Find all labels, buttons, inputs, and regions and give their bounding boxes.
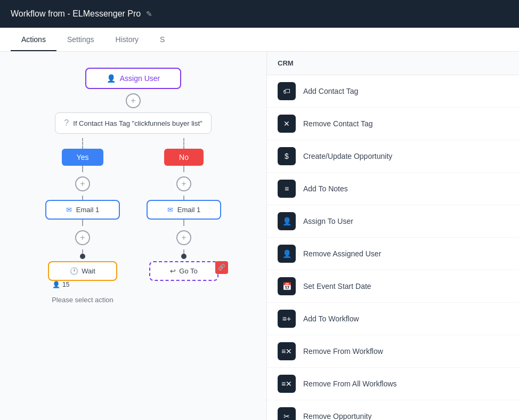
remove-contact-tag-label: Remove Contact Tag [303,119,372,128]
add-step-after-email-no[interactable]: + [176,230,191,245]
action-item-add-to-notes[interactable]: ≡Add To Notes [267,173,519,205]
add-to-notes-label: Add To Notes [303,184,348,193]
main-layout: 👤 Assign User + ? If Contact Has Tag "cl… [0,52,519,420]
user-count-badge: 👤 15 [52,281,69,288]
action-item-assign-to-user[interactable]: 👤Assign To User [267,205,519,238]
condition-text: If Contact Has Tag "clickfunnels buyer l… [73,119,202,127]
panel-header: CRM [267,52,519,75]
no-branch: No + ✉ Email 1 + ↩ Go To [147,138,221,304]
add-step-no[interactable]: + [176,176,191,191]
create-update-opportunity-icon: $ [278,147,296,165]
please-select-container: Please select action [52,295,113,304]
action-item-remove-from-all-workflows[interactable]: ≡✕Remove From All Workflows [267,368,519,400]
question-icon: ? [64,118,69,128]
remove-from-all-workflows-label: Remove From All Workflows [303,379,397,388]
add-step-circle-1[interactable]: + [126,93,141,108]
remove-from-workflow-icon: ≡✕ [278,342,296,360]
add-step-after-email-yes[interactable]: + [75,230,90,245]
add-to-notes-icon: ≡ [278,180,296,198]
clock-icon: 🕐 [70,267,78,275]
edit-icon[interactable]: ✎ [146,10,152,18]
remove-contact-tag-icon: ✕ [278,115,296,133]
add-contact-tag-label: Add Contact Tag [303,87,358,95]
workflow-canvas: 👤 Assign User + ? If Contact Has Tag "cl… [0,52,266,420]
remove-from-workflow-label: Remove From Workflow [303,347,383,356]
tab-settings[interactable]: Settings [56,28,105,51]
set-event-start-date-label: Set Event Start Date [303,282,371,290]
goto-icon: ↩ [170,267,176,275]
remove-assigned-user-icon: 👤 [278,245,296,263]
wait-dot [80,254,85,259]
yes-branch: Yes + ✉ Email 1 + 🕐 Wait [45,138,120,304]
goto-node-container: ↩ Go To 🔗 [149,254,218,281]
assign-to-user-icon: 👤 [278,212,296,230]
action-item-set-event-start-date[interactable]: 📅Set Event Start Date [267,270,519,303]
email-node-yes[interactable]: ✉ Email 1 [45,200,120,220]
action-item-remove-from-workflow[interactable]: ≡✕Remove From Workflow [267,335,519,368]
action-item-add-to-workflow[interactable]: ≡+Add To Workflow [267,303,519,335]
create-update-opportunity-label: Create/Update Opportunity [303,152,392,160]
assign-user-node[interactable]: 👤 Assign User [85,68,181,89]
remove-from-all-workflows-icon: ≡✕ [278,375,296,393]
remove-opportunity-icon: ✂ [278,407,296,420]
actions-list: 🏷Add Contact Tag✕Remove Contact Tag$Crea… [267,75,519,420]
header: Workflow from - ELMessenger Pro ✎ [0,0,519,28]
flow-container: 👤 Assign User + ? If Contact Has Tag "cl… [11,62,256,304]
action-item-remove-contact-tag[interactable]: ✕Remove Contact Tag [267,108,519,140]
branches-container: Yes + ✉ Email 1 + 🕐 Wait [45,138,221,304]
action-item-remove-assigned-user[interactable]: 👤Remove Assigned User [267,238,519,270]
tab-history[interactable]: History [105,28,150,51]
assign-user-icon: 👤 [107,74,116,83]
set-event-start-date-icon: 📅 [278,277,296,295]
goto-node[interactable]: ↩ Go To [149,261,218,281]
goto-dot [181,254,186,259]
assign-to-user-label: Assign To User [303,217,353,225]
assign-user-label: Assign User [120,74,160,83]
add-to-workflow-label: Add To Workflow [303,314,359,323]
link-icon: 🔗 [215,261,228,274]
remove-opportunity-label: Remove Opportunity [303,412,371,420]
email-node-no[interactable]: ✉ Email 1 [147,200,221,220]
condition-node[interactable]: ? If Contact Has Tag "clickfunnels buyer… [55,112,211,134]
action-item-add-contact-tag[interactable]: 🏷Add Contact Tag [267,75,519,108]
header-title: Workflow from - ELMessenger Pro [11,9,141,19]
action-item-remove-opportunity[interactable]: ✂Remove Opportunity [267,400,519,420]
remove-assigned-user-label: Remove Assigned User [303,249,381,258]
user-icon-small: 👤 [52,281,60,288]
please-select-label: Please select action [52,296,113,304]
tabs-bar: Actions Settings History S [0,28,519,52]
action-panel: CRM 🏷Add Contact Tag✕Remove Contact Tag$… [266,52,519,420]
email-icon-no: ✉ [167,206,173,214]
add-to-workflow-icon: ≡+ [278,310,296,328]
wait-node-container: 🕐 Wait 👤 15 [48,254,117,281]
email-icon-yes: ✉ [66,206,72,214]
action-item-create-update-opportunity[interactable]: $Create/Update Opportunity [267,140,519,173]
add-step-yes[interactable]: + [75,176,90,191]
add-contact-tag-icon: 🏷 [278,82,296,100]
yes-button[interactable]: Yes [62,149,104,166]
tab-actions[interactable]: Actions [11,28,56,51]
tab-s[interactable]: S [149,28,175,51]
no-button[interactable]: No [164,149,204,166]
wait-node[interactable]: 🕐 Wait [48,261,117,281]
